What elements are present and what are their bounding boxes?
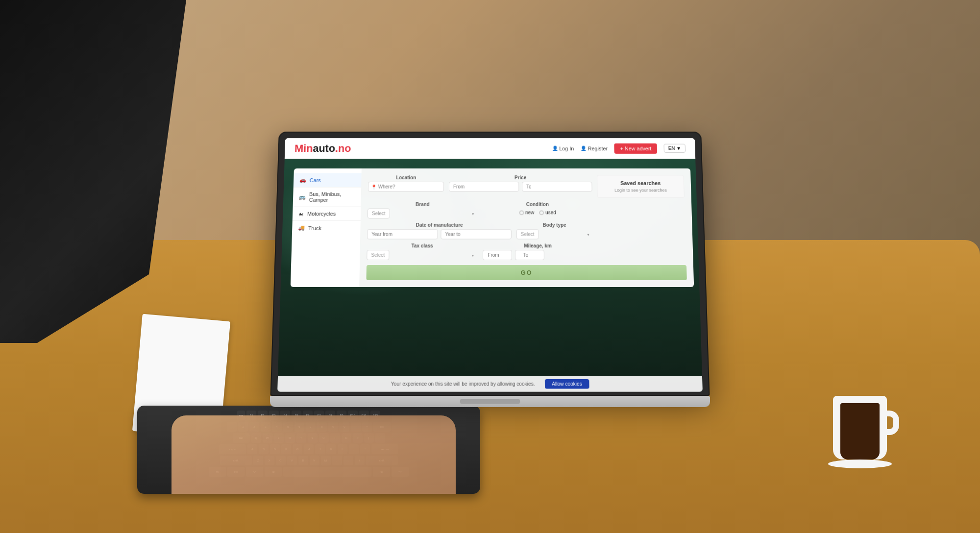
truck-icon: 🚚 <box>298 225 305 231</box>
category-motorcycles[interactable]: 🏍 Motorcycles <box>293 207 361 221</box>
register-button[interactable]: 👤 Register <box>581 145 608 151</box>
condition-used-option[interactable]: used <box>539 210 556 215</box>
condition-label: Condition <box>526 202 549 207</box>
allow-cookies-button[interactable]: Allow cookies <box>545 379 589 389</box>
search-form: Location 📍 Price <box>359 169 694 287</box>
brand-label: Brand <box>368 202 478 207</box>
search-panel: 🚗 Cars 🚌 Bus, Minibus, Camper 🏍 Motorcyc… <box>291 169 689 287</box>
tax-class-group: Tax class Select <box>367 243 477 260</box>
hands <box>172 415 456 494</box>
price-group: Price <box>449 175 592 198</box>
body-type-label: Body type <box>516 222 593 228</box>
site-header: Minauto.no 👤 Log In 👤 Register + New adv… <box>285 138 695 159</box>
hero-section: 🚗 Cars 🚌 Bus, Minibus, Camper 🏍 Motorcyc… <box>277 159 703 391</box>
laptop-screen-outer: Minauto.no 👤 Log In 👤 Register + New adv… <box>270 132 710 396</box>
coffee-cup <box>828 396 892 474</box>
spacer-right-2 <box>598 222 686 239</box>
site-logo: Minauto.no <box>294 142 351 154</box>
year-to-input[interactable] <box>441 229 511 240</box>
price-to-input[interactable] <box>522 182 592 192</box>
location-pin-icon: 📍 <box>371 184 377 190</box>
condition-group: Condition new used <box>483 202 593 218</box>
body-type-select[interactable]: Select <box>516 229 539 240</box>
bus-icon: 🚌 <box>299 194 306 200</box>
header-nav: 👤 Log In 👤 Register + New advert EN ▼ <box>552 143 686 153</box>
condition-used-radio[interactable] <box>539 210 544 215</box>
register-icon: 👤 <box>581 145 587 151</box>
mileage-group: Mileage, km <box>483 243 593 260</box>
brand-group: Brand Select <box>368 202 478 218</box>
price-from-input[interactable] <box>449 182 519 192</box>
mileage-from-input[interactable] <box>483 250 512 260</box>
spacer-right-1 <box>597 202 685 218</box>
mileage-label: Mileage, km <box>483 243 593 248</box>
mileage-to-input[interactable] <box>514 250 544 260</box>
cookie-message: Your experience on this site will be imp… <box>391 381 535 387</box>
category-cars[interactable]: 🚗 Cars <box>294 173 362 187</box>
go-search-button[interactable]: GO <box>366 265 686 280</box>
saved-searches-subtitle: Login to see your searches <box>602 188 679 193</box>
language-selector[interactable]: EN ▼ <box>664 144 686 153</box>
background: esc F1F2F3 F4F5F6 F7F8F9 F10F11F12 ~12 3… <box>0 0 980 533</box>
date-of-manufacture-group: Date of manufacture <box>367 222 512 239</box>
condition-new-radio[interactable] <box>519 210 524 215</box>
date-of-manufacture-label: Date of manufacture <box>367 222 511 228</box>
body-type-group: Body type Select <box>516 222 593 239</box>
condition-new-option[interactable]: new <box>519 210 534 215</box>
laptop: Minauto.no 👤 Log In 👤 Register + New adv… <box>270 132 710 407</box>
motorcycle-icon: 🏍 <box>298 211 304 217</box>
cookie-banner: Your experience on this site will be imp… <box>277 376 703 392</box>
location-label: Location <box>368 175 444 180</box>
saved-searches-title: Saved searches <box>602 180 679 186</box>
category-sidebar: 🚗 Cars 🚌 Bus, Minibus, Camper 🏍 Motorcyc… <box>291 169 362 287</box>
login-button[interactable]: 👤 Log In <box>552 145 574 151</box>
location-group: Location 📍 <box>368 175 444 198</box>
tax-class-label: Tax class <box>367 243 478 248</box>
saved-searches-box: Saved searches Login to see your searche… <box>597 175 685 198</box>
category-truck[interactable]: 🚚 Truck <box>292 221 361 235</box>
tax-class-select[interactable]: Select <box>367 250 389 260</box>
brand-select[interactable]: Select <box>368 208 390 218</box>
new-advert-button[interactable]: + New advert <box>614 143 658 153</box>
laptop-screen: Minauto.no 👤 Log In 👤 Register + New adv… <box>277 138 703 392</box>
user-icon: 👤 <box>552 145 558 151</box>
year-from-input[interactable] <box>367 229 438 240</box>
logo-auto: auto <box>313 142 335 154</box>
car-icon: 🚗 <box>299 177 306 183</box>
location-input[interactable] <box>368 182 444 192</box>
logo-min: Min <box>294 142 313 154</box>
logo-no: .no <box>335 142 351 154</box>
spacer-right-3 <box>598 243 686 260</box>
go-btn-row: GO <box>366 265 686 280</box>
laptop-base <box>270 396 710 407</box>
price-label: Price <box>449 175 592 180</box>
category-bus[interactable]: 🚌 Bus, Minibus, Camper <box>293 188 362 207</box>
